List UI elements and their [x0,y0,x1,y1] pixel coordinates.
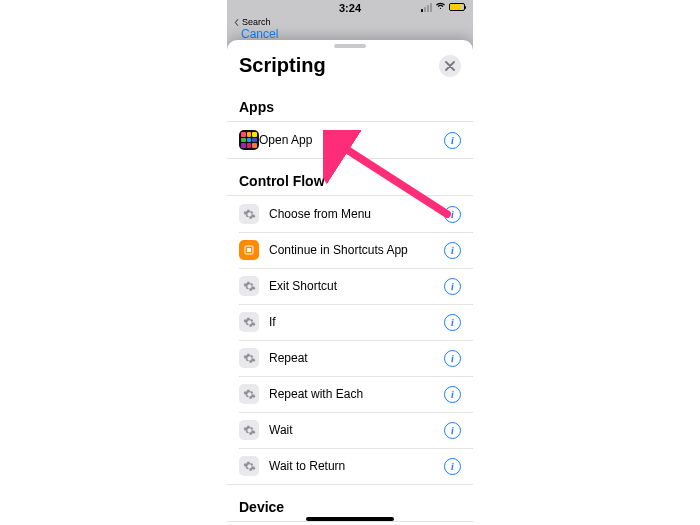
gear-icon [239,420,259,440]
section-header-apps: Apps [227,85,473,121]
section-header-control-flow: Control Flow [227,159,473,195]
status-bar: 3:24 [227,0,473,16]
sheet-header: Scripting [227,48,473,85]
apps-grid-icon [239,130,259,150]
action-row-continue-shortcuts[interactable]: Continue in Shortcuts App i [227,232,473,268]
action-row-exit-shortcut[interactable]: Exit Shortcut i [227,268,473,304]
action-label: Wait to Return [269,459,444,473]
section-header-device: Device [227,485,473,521]
svg-rect-1 [247,248,251,252]
info-button[interactable]: i [444,314,461,331]
action-label: Continue in Shortcuts App [269,243,444,257]
status-right [421,2,465,12]
action-row-if[interactable]: If i [227,304,473,340]
shortcuts-continue-icon [239,240,259,260]
cancel-button-dimmed: Cancel [241,27,278,41]
close-icon [445,61,455,71]
underlying-nav: Cancel [227,28,473,40]
back-to-app-label: Search [242,17,271,27]
battery-icon [449,3,465,11]
info-button[interactable]: i [444,206,461,223]
info-button[interactable]: i [444,278,461,295]
close-button[interactable] [439,55,461,77]
action-row-open-app[interactable]: Open App i [227,122,473,158]
actions-list[interactable]: Apps Open App i Control Flow Choose from… [227,85,473,525]
gear-icon [239,456,259,476]
gear-icon [239,384,259,404]
action-row-choose-from-menu[interactable]: Choose from Menu i [227,196,473,232]
gear-icon [239,348,259,368]
info-button[interactable]: i [444,458,461,475]
gear-icon [239,312,259,332]
action-label: Choose from Menu [269,207,444,221]
action-label: Exit Shortcut [269,279,444,293]
home-indicator[interactable] [306,517,394,521]
action-label: Repeat [269,351,444,365]
phone-frame: 3:24 Search Cancel Scripting Apps [227,0,473,525]
status-time: 3:24 [339,2,361,14]
action-row-wait-to-return[interactable]: Wait to Return i [227,448,473,484]
info-button[interactable]: i [444,242,461,259]
info-button[interactable]: i [444,386,461,403]
info-button[interactable]: i [444,350,461,367]
gear-icon [239,276,259,296]
info-button[interactable]: i [444,132,461,149]
sheet-title: Scripting [239,54,326,77]
action-picker-sheet: Scripting Apps Open App i Control Flow [227,40,473,525]
action-row-wait[interactable]: Wait i [227,412,473,448]
gear-icon [239,204,259,224]
action-label: Wait [269,423,444,437]
info-button[interactable]: i [444,422,461,439]
cellular-icon [421,3,432,12]
chevron-left-icon [233,19,240,26]
action-label: Open App [259,133,444,147]
action-row-repeat[interactable]: Repeat i [227,340,473,376]
action-row-repeat-with-each[interactable]: Repeat with Each i [227,376,473,412]
wifi-icon [435,2,446,12]
action-label: If [269,315,444,329]
action-label: Repeat with Each [269,387,444,401]
